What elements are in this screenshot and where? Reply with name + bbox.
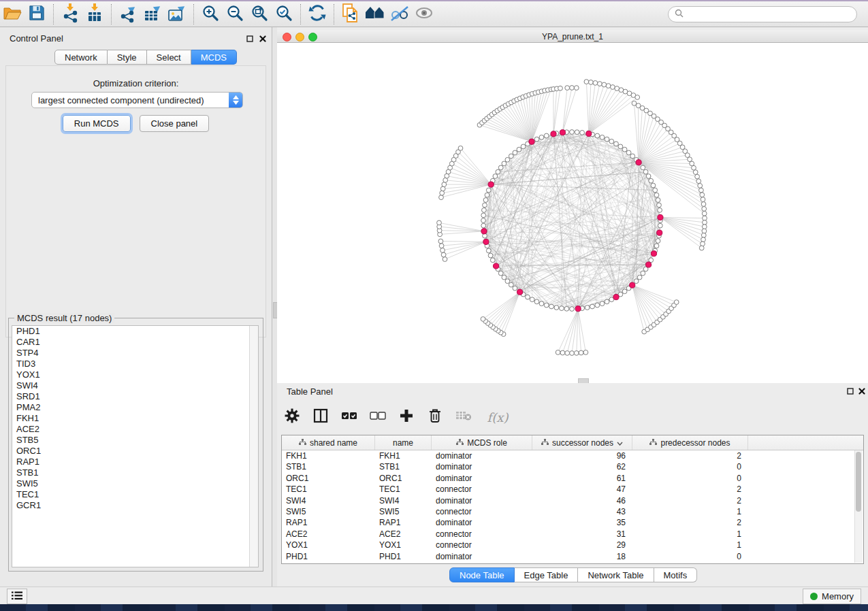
- cell[interactable]: 35: [532, 517, 632, 528]
- mcds-node[interactable]: [613, 295, 619, 300]
- zoom-fit-button[interactable]: [247, 3, 272, 26]
- cell[interactable]: dominator: [432, 450, 532, 461]
- table-row[interactable]: RAP1RAP1dominator352: [282, 517, 863, 528]
- mcds-node-item[interactable]: YOX1: [12, 369, 258, 380]
- import-network-button[interactable]: [58, 3, 82, 26]
- mcds-node[interactable]: [636, 160, 641, 165]
- mcds-node[interactable]: [586, 131, 592, 136]
- mcds-node[interactable]: [529, 139, 534, 144]
- cell[interactable]: dominator: [432, 551, 532, 562]
- mcds-node-item[interactable]: ACE2: [12, 424, 258, 435]
- cell[interactable]: dominator: [432, 495, 532, 506]
- select-all-rows-button[interactable]: [340, 408, 359, 427]
- cell[interactable]: 0: [632, 473, 748, 484]
- cell[interactable]: STB1: [282, 461, 375, 472]
- column-header-predecessor-nodes[interactable]: predecessor nodes: [632, 435, 748, 450]
- table-row[interactable]: SWI5SWI5connector431: [282, 506, 863, 517]
- cell[interactable]: 62: [532, 461, 632, 472]
- mcds-node-item[interactable]: TEC1: [12, 489, 258, 500]
- table-row[interactable]: PHD1PHD1dominator180: [282, 551, 863, 562]
- cell[interactable]: 61: [532, 473, 632, 484]
- cell[interactable]: ACE2: [282, 529, 375, 540]
- mcds-node-item[interactable]: STP4: [12, 348, 258, 359]
- column-header-successor-nodes[interactable]: successor nodes: [532, 435, 632, 450]
- mcds-node[interactable]: [517, 289, 523, 295]
- network-graph[interactable]: [277, 43, 868, 383]
- tab-mcds[interactable]: MCDS: [191, 50, 237, 65]
- tab-select[interactable]: Select: [147, 50, 191, 65]
- mcds-node-item[interactable]: CAR1: [12, 337, 258, 348]
- float-panel-icon[interactable]: [245, 34, 254, 43]
- mcds-result-list[interactable]: PHD1CAR1STP4TID3YOX1SWI4SRD1PMA2FKH1ACE2…: [12, 325, 259, 567]
- table-settings-button[interactable]: [283, 408, 302, 427]
- table-row[interactable]: ORC1ORC1dominator610: [282, 473, 863, 484]
- cell[interactable]: 31: [532, 529, 632, 540]
- cell[interactable]: SWI5: [375, 506, 432, 517]
- show-all-button[interactable]: [412, 3, 436, 26]
- cell[interactable]: 2: [632, 495, 748, 506]
- mcds-node[interactable]: [560, 130, 565, 135]
- table-row[interactable]: SWI4SWI4dominator462: [282, 495, 863, 506]
- show-columns-button[interactable]: [311, 408, 330, 427]
- close-panel-icon[interactable]: [258, 34, 267, 43]
- table-row[interactable]: ACE2ACE2connector311: [282, 529, 863, 540]
- cell[interactable]: connector: [432, 506, 532, 517]
- mcds-node[interactable]: [646, 262, 652, 267]
- cell[interactable]: FKH1: [282, 450, 375, 461]
- cell[interactable]: connector: [432, 540, 532, 550]
- tab-edge-table[interactable]: Edge Table: [515, 567, 579, 582]
- import-table-button[interactable]: [82, 3, 107, 26]
- cell[interactable]: STB1: [375, 461, 432, 472]
- delete-column-button[interactable]: [425, 408, 445, 427]
- mcds-node-item[interactable]: SWI5: [12, 478, 258, 489]
- vertical-splitter[interactable]: [272, 27, 277, 587]
- table-row[interactable]: TEC1TEC1connector472: [282, 484, 863, 495]
- mcds-node-item[interactable]: RAP1: [12, 457, 258, 467]
- cell[interactable]: SWI5: [282, 506, 375, 517]
- mcds-node-item[interactable]: STB1: [12, 467, 258, 478]
- mcds-node-item[interactable]: STB5: [12, 435, 258, 446]
- close-panel-button[interactable]: Close panel: [140, 115, 210, 132]
- cell[interactable]: 2: [632, 450, 748, 461]
- cell[interactable]: ORC1: [375, 473, 432, 484]
- cell[interactable]: 2: [632, 484, 748, 495]
- search-box[interactable]: [668, 6, 857, 22]
- mcds-node-item[interactable]: SWI4: [12, 380, 258, 391]
- cell[interactable]: PHD1: [282, 551, 375, 562]
- tab-node-table[interactable]: Node Table: [449, 567, 515, 582]
- mcds-node-item[interactable]: TID3: [12, 359, 258, 369]
- cell[interactable]: 43: [532, 506, 632, 517]
- mcds-node[interactable]: [551, 131, 556, 137]
- mcds-node[interactable]: [481, 229, 487, 234]
- table-scrollbar[interactable]: [854, 450, 863, 563]
- cell[interactable]: 2: [632, 517, 748, 528]
- column-header-mcds-role[interactable]: MCDS role: [432, 435, 532, 450]
- new-network-from-selection-button[interactable]: [338, 3, 363, 26]
- tab-network-table[interactable]: Network Table: [578, 567, 654, 582]
- cell[interactable]: 18: [532, 551, 632, 562]
- cell[interactable]: 29: [532, 540, 632, 550]
- first-neighbors-button[interactable]: [363, 3, 387, 26]
- cell[interactable]: connector: [432, 484, 532, 495]
- task-history-button[interactable]: [7, 589, 27, 604]
- cell[interactable]: TEC1: [282, 484, 375, 495]
- cell[interactable]: dominator: [432, 473, 532, 484]
- apply-layout-button[interactable]: [305, 3, 329, 26]
- cell[interactable]: 1: [632, 540, 748, 550]
- list-scrollbar[interactable]: [249, 326, 258, 567]
- mcds-node[interactable]: [658, 214, 663, 220]
- cell[interactable]: 47: [532, 484, 632, 495]
- mcds-node[interactable]: [657, 230, 662, 235]
- cell[interactable]: SWI4: [375, 495, 432, 506]
- network-titlebar[interactable]: YPA_prune.txt_1: [277, 30, 868, 43]
- export-image-button[interactable]: [165, 3, 189, 26]
- add-column-button[interactable]: [397, 408, 416, 427]
- close-table-panel-icon[interactable]: [857, 386, 866, 395]
- table-row[interactable]: STB1STB1dominator620: [282, 461, 863, 472]
- hide-selected-button[interactable]: [387, 3, 412, 26]
- tab-motifs[interactable]: Motifs: [654, 567, 698, 582]
- search-input[interactable]: [687, 9, 850, 20]
- mcds-node[interactable]: [575, 306, 581, 312]
- column-header-name[interactable]: name: [375, 435, 432, 450]
- tab-network[interactable]: Network: [54, 50, 108, 65]
